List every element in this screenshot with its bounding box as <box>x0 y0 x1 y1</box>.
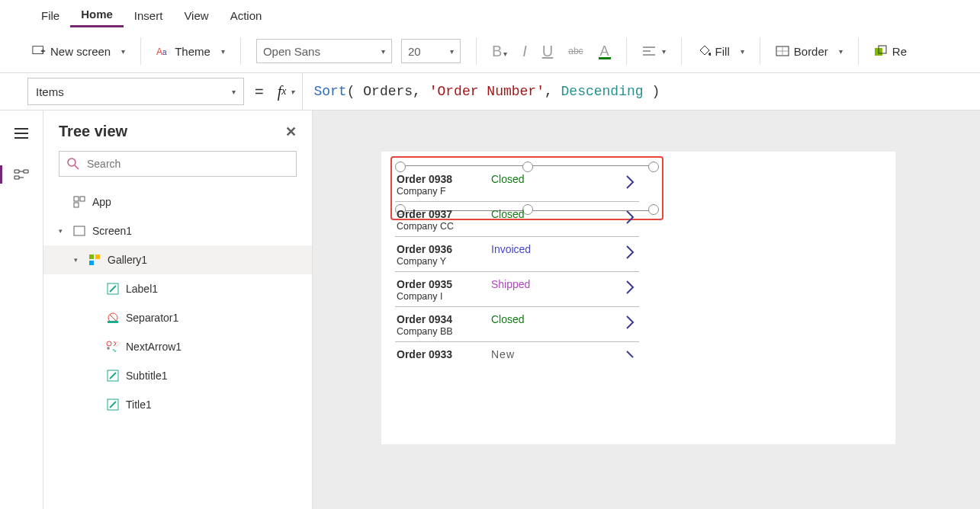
tree-node-label1[interactable]: Label1 <box>43 274 312 303</box>
theme-label: Theme <box>175 45 210 58</box>
chevron-right-icon[interactable] <box>625 280 635 295</box>
new-screen-icon <box>32 44 46 58</box>
font-family-combo[interactable]: Open Sans ▾ <box>256 39 392 63</box>
theme-button[interactable]: Aa Theme ▾ <box>156 44 225 58</box>
align-icon[interactable] <box>642 44 656 58</box>
tree-node-subtitle1[interactable]: Subtitle1 <box>43 361 312 390</box>
tree-search[interactable] <box>59 151 297 177</box>
row-status: Closed <box>491 208 525 220</box>
formula-bar: Items ▾ = fx ▾ Sort( Orders, 'Order Numb… <box>0 73 980 110</box>
menu-insert[interactable]: Insert <box>124 3 174 27</box>
italic-button[interactable]: I <box>522 43 527 60</box>
app-icon <box>72 195 86 209</box>
tree-node-gallery1[interactable]: ▾ Gallery1 <box>43 245 312 274</box>
gallery-control[interactable]: Order 0938 Company F Closed Order 0937 C… <box>395 167 639 366</box>
screen-icon <box>72 224 86 238</box>
label-icon <box>106 282 120 296</box>
gallery-row[interactable]: Order 0937 Company CC Closed <box>395 202 639 237</box>
fill-button[interactable]: Fill ▾ <box>697 44 744 58</box>
property-selector[interactable]: Items ▾ <box>27 78 244 105</box>
tree-search-input[interactable] <box>85 157 288 171</box>
chevron-down-icon: ▾ <box>381 47 385 56</box>
chevron-down-icon: ▾ <box>662 47 666 56</box>
tree-node-screen1[interactable]: ▾ Screen1 <box>43 216 312 245</box>
svg-rect-12 <box>89 254 94 259</box>
tree-view-panel: Tree view ✕ App ▾ Screen1 <box>43 110 313 509</box>
menu-view[interactable]: View <box>173 3 219 27</box>
font-color-button[interactable]: A <box>599 43 611 59</box>
chevron-right-icon[interactable] <box>625 174 635 190</box>
svg-point-3 <box>708 53 711 56</box>
svg-rect-0 <box>33 46 43 54</box>
tree-view-title: Tree view <box>59 123 127 140</box>
formula-input[interactable]: Sort( Orders, 'Order Number', Descending… <box>303 73 980 110</box>
gallery-row[interactable]: Order 0938 Company F Closed <box>395 167 639 202</box>
tree-node-label: NextArrow1 <box>126 341 182 353</box>
underline-button[interactable]: U <box>542 43 553 60</box>
chevron-right-icon[interactable] <box>625 210 635 225</box>
property-value: Items <box>36 85 64 98</box>
search-icon <box>67 158 79 170</box>
close-icon[interactable]: ✕ <box>285 123 297 140</box>
tree-node-label: Gallery1 <box>108 254 147 266</box>
menu-action[interactable]: Action <box>220 3 273 27</box>
svg-rect-8 <box>74 197 79 201</box>
tree-view-rail-button[interactable] <box>9 162 34 187</box>
fx-button[interactable]: fx ▾ <box>275 73 304 110</box>
gallery-row[interactable]: Order 0936 Company Y Invoiced <box>395 237 639 272</box>
canvas[interactable]: Order 0938 Company F Closed Order 0937 C… <box>313 110 980 509</box>
row-subtitle: Company CC <box>397 221 635 232</box>
tree-node-title1[interactable]: Title1 <box>43 390 312 419</box>
chevron-right-icon[interactable] <box>625 315 635 330</box>
svg-text:A: A <box>156 46 162 56</box>
equals-label: = <box>255 83 264 101</box>
svg-point-18 <box>107 341 111 346</box>
paint-bucket-icon <box>697 44 711 58</box>
hamburger-button[interactable] <box>9 121 34 146</box>
tree-node-label: Label1 <box>126 283 158 295</box>
gallery-icon <box>88 253 101 267</box>
border-icon <box>776 44 789 58</box>
chevron-right-icon[interactable] <box>625 350 635 365</box>
tree-node-nextarrow1[interactable]: ♡ NextArrow1 <box>43 332 312 361</box>
tree-node-separator1[interactable]: Separator1 <box>43 303 312 332</box>
svg-rect-17 <box>108 321 118 323</box>
chevron-right-icon[interactable] <box>625 245 635 260</box>
menu-file[interactable]: File <box>31 3 70 27</box>
gallery-row[interactable]: Order 0935 Company I Shipped <box>395 272 639 307</box>
svg-rect-9 <box>80 197 85 201</box>
row-subtitle: Company BB <box>397 326 635 337</box>
bold-button[interactable]: B▾ <box>492 43 507 60</box>
strike-button[interactable]: abc <box>568 46 583 56</box>
gallery-row[interactable]: Order 0933 New <box>395 342 639 366</box>
border-button[interactable]: Border ▾ <box>776 44 843 58</box>
row-subtitle: Company Y <box>397 256 635 267</box>
menubar: File Home Insert View Action <box>0 0 980 30</box>
row-title: Order 0933 <box>397 348 635 360</box>
gallery-row[interactable]: Order 0934 Company BB Closed <box>395 307 639 342</box>
row-status: Invoiced <box>491 243 531 255</box>
row-status: Closed <box>491 313 525 325</box>
reorder-label: Re <box>892 45 907 58</box>
svg-rect-11 <box>74 226 85 235</box>
reorder-button[interactable]: Re <box>874 44 907 58</box>
left-rail <box>0 110 43 509</box>
new-screen-button[interactable]: New screen ▾ <box>32 44 125 58</box>
svg-rect-13 <box>95 254 100 259</box>
svg-rect-10 <box>74 203 79 207</box>
label-icon <box>106 369 120 383</box>
icon-set-icon: ♡ <box>106 340 120 354</box>
row-subtitle: Company I <box>397 291 635 302</box>
row-status: Closed <box>491 173 525 185</box>
tree-node-label: Screen1 <box>92 225 132 237</box>
new-screen-label: New screen <box>50 45 111 58</box>
font-size-combo[interactable]: 20 ▾ <box>401 39 461 63</box>
chevron-down-icon: ▾ <box>291 88 294 96</box>
tree-node-app[interactable]: App <box>43 187 312 216</box>
app-preview[interactable]: Order 0938 Company F Closed Order 0937 C… <box>381 152 895 444</box>
tree-list: App ▾ Screen1 ▾ Gallery1 Lab <box>43 184 312 419</box>
main-area: Tree view ✕ App ▾ Screen1 <box>0 110 980 509</box>
menu-home[interactable]: Home <box>70 2 124 27</box>
fill-label: Fill <box>715 45 730 58</box>
svg-rect-14 <box>89 261 94 265</box>
